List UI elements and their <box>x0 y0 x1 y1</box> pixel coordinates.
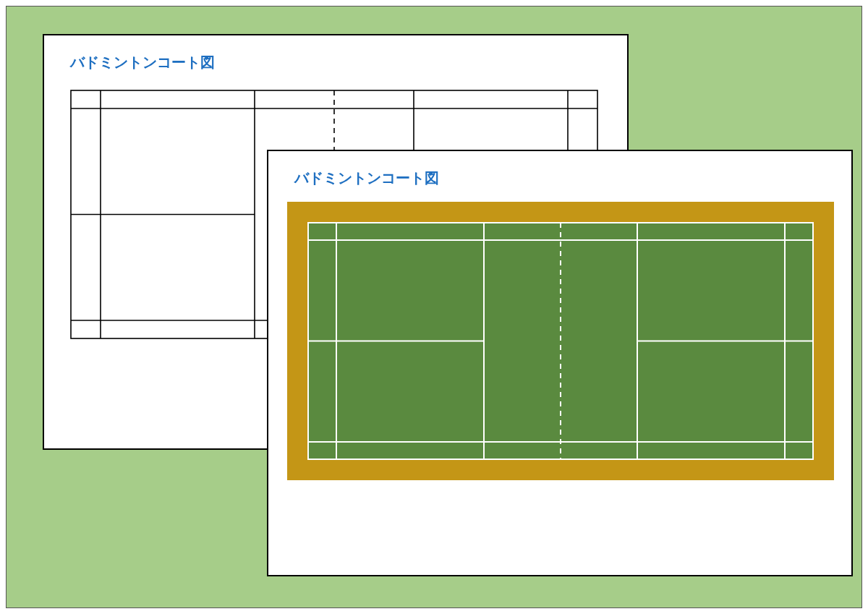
sheet-colored: バドミントンコート図 <box>267 150 853 576</box>
canvas-background: バドミントンコート図 <box>6 6 862 608</box>
badminton-court-colored-outer <box>287 202 834 480</box>
badminton-court-colored-inner <box>307 222 814 460</box>
sheet-title-front: バドミントンコート図 <box>268 151 851 188</box>
sheet-title-back: バドミントンコート図 <box>44 35 627 72</box>
